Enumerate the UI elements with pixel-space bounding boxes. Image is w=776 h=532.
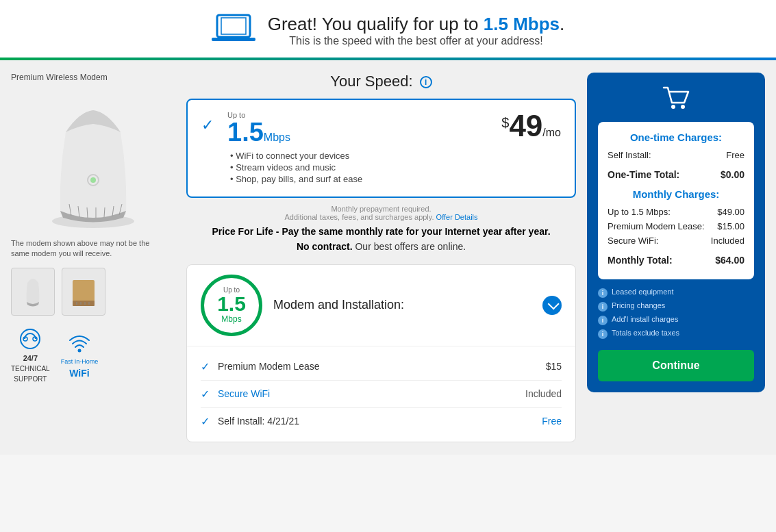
item-check-1: ✓ — [201, 388, 210, 401]
monthly-value-1: $15.00 — [717, 221, 744, 231]
wifi-badge-line1: Fast In-Home — [61, 358, 99, 365]
self-install-row: Self Install: Free — [608, 150, 744, 160]
svg-point-23 — [671, 105, 675, 109]
wifi-badge-line2: WiFi — [69, 368, 89, 379]
header: Great! You qualify for up to 1.5 Mbps. T… — [0, 0, 776, 60]
bullet-3: Shop, pay bills, and surf at ease — [230, 174, 488, 184]
laptop-icon — [212, 12, 255, 48]
wifi-icon — [67, 331, 92, 355]
header-text: Great! You qualify for up to 1.5 Mbps. T… — [268, 14, 565, 47]
price-for-life: Price For Life - Pay the same monthly ra… — [186, 224, 576, 255]
note-icon-3: i — [598, 329, 608, 339]
thumb-white-modem[interactable] — [11, 268, 55, 316]
bullet-2: Stream videos and music — [230, 162, 488, 173]
speed-title: Your Speed: i — [186, 73, 576, 90]
center-panel: Your Speed: i ✓ Up to 1.5Mbps WiFi to co… — [186, 73, 576, 442]
note-1: i Pricing changes — [598, 301, 754, 312]
left-panel: Premium Wireless Modem — [11, 73, 175, 442]
section-title: Modem and Installation: — [273, 298, 404, 312]
item-label-0: Premium Modem Lease — [218, 361, 546, 372]
monthly-total-label: Monthly Total: — [608, 255, 673, 266]
section-item-2: ✓ Self Install: 4/21/21 Free — [201, 408, 562, 435]
monthly-value-2: Included — [711, 236, 744, 246]
monthly-value-0: $49.00 — [717, 207, 744, 217]
offer-details-link[interactable]: Offer Details — [436, 213, 478, 221]
section-title-row: Modem and Installation: — [273, 296, 562, 315]
support-badge-line1: 24/7 — [23, 354, 38, 362]
section-items: ✓ Premium Modem Lease $15 ✓ Secure WiFi … — [187, 346, 575, 442]
note-3: i Totals exclude taxes — [598, 329, 754, 339]
svg-rect-0 — [217, 15, 250, 37]
item-check-2: ✓ — [201, 415, 210, 428]
price-for-life-label: Price For Life - Pay the same monthly ra… — [212, 226, 550, 237]
monthly-label-2: Secure WiFi: — [608, 236, 658, 246]
modem-label: Premium Wireless Modem — [11, 73, 175, 82]
collapse-button[interactable] — [542, 296, 562, 315]
one-time-total-row: One-Time Total: $0.00 — [608, 164, 744, 180]
badge-wifi: Fast In-Home WiFi — [61, 331, 99, 379]
note-icon-0: i — [598, 288, 608, 298]
one-time-total-label: One-Time Total: — [608, 169, 679, 180]
one-time-total-value: $0.00 — [721, 169, 744, 180]
monthly-total-value: $64.00 — [715, 255, 744, 266]
item-check-0: ✓ — [201, 360, 210, 373]
support-icon — [18, 327, 42, 351]
support-badge-line3: SUPPORT — [14, 375, 47, 383]
monthly-title: Monthly Charges: — [608, 188, 744, 200]
cart-icon — [661, 84, 691, 114]
no-contract-label: No contract. — [297, 241, 353, 252]
svg-point-22 — [77, 349, 81, 352]
note-0: i Leased equipment — [598, 288, 754, 298]
speed-info-icon[interactable]: i — [420, 76, 432, 88]
header-title: Great! You qualify for up to 1.5 Mbps. — [268, 14, 565, 35]
monthly-item-2: Secure WiFi: Included — [608, 236, 744, 246]
header-subtitle: This is the speed with the best offer at… — [268, 35, 565, 47]
one-time-title: One-time Charges: — [608, 131, 744, 143]
svg-rect-2 — [212, 38, 255, 41]
section-item-1: ✓ Secure WiFi Included — [201, 381, 562, 408]
modem-image — [25, 88, 162, 231]
modem-thumbnails — [11, 268, 175, 316]
self-install-label: Self Install: — [608, 150, 651, 160]
one-time-charges-box: One-time Charges: Self Install: Free One… — [598, 122, 754, 279]
bullet-1: WiFi to connect your devices — [230, 151, 488, 161]
cart-icon-row — [598, 84, 754, 114]
speed-section: Up to 1.5 Mbps Modem and Installation: ✓… — [186, 264, 576, 442]
continue-button[interactable]: Continue — [598, 350, 754, 381]
self-install-value: Free — [726, 150, 744, 160]
speed-circle: Up to 1.5 Mbps — [201, 275, 262, 336]
info-notes: i Leased equipment i Pricing changes i A… — [598, 288, 754, 339]
monthly-item-1: Premium Modem Lease: $15.00 — [608, 221, 744, 231]
section-item-0: ✓ Premium Modem Lease $15 — [201, 353, 562, 381]
item-label-2: Self Install: 4/21/21 — [218, 416, 542, 427]
speed-check-icon: ✓ — [201, 116, 214, 134]
main-content: Premium Wireless Modem — [0, 60, 776, 455]
svg-rect-14 — [73, 301, 95, 306]
badges: 24/7 TECHNICAL SUPPORT Fast In-Home WiFi — [11, 327, 175, 383]
right-panel: One-time Charges: Self Install: Free One… — [587, 73, 765, 442]
speed-card: ✓ Up to 1.5Mbps WiFi to connect your dev… — [186, 99, 576, 198]
price-block: $49/mo — [501, 111, 561, 141]
badge-support: 24/7 TECHNICAL SUPPORT — [11, 327, 50, 383]
prepayment-note: Monthly prepayment required. Additional … — [186, 205, 576, 221]
monthly-item-0: Up to 1.5 Mbps: $49.00 — [608, 207, 744, 217]
item-price-1: Included — [525, 388, 562, 399]
speed-section-header: Up to 1.5 Mbps Modem and Installation: — [187, 265, 575, 346]
support-badge-line2: TECHNICAL — [11, 365, 50, 372]
item-price-2: Free — [542, 416, 562, 427]
note-icon-2: i — [598, 316, 608, 325]
monthly-label-1: Premium Modem Lease: — [608, 221, 705, 231]
svg-point-12 — [90, 177, 96, 183]
modem-disclaimer: The modem shown above may not be the sam… — [11, 238, 162, 259]
item-label-1[interactable]: Secure WiFi — [218, 388, 525, 399]
thumb-yellow-modem[interactable] — [62, 268, 105, 316]
item-price-0: $15 — [546, 361, 562, 372]
speed-info: Up to 1.5Mbps WiFi to connect your devic… — [227, 111, 488, 186]
monthly-total-row: Monthly Total: $64.00 — [608, 250, 744, 266]
monthly-label-0: Up to 1.5 Mbps: — [608, 207, 671, 217]
svg-rect-1 — [221, 18, 246, 34]
svg-point-24 — [681, 105, 685, 109]
speed-bullets: WiFi to connect your devices Stream vide… — [227, 151, 488, 184]
cart-panel: One-time Charges: Self Install: Free One… — [587, 73, 765, 392]
note-icon-1: i — [598, 302, 608, 312]
